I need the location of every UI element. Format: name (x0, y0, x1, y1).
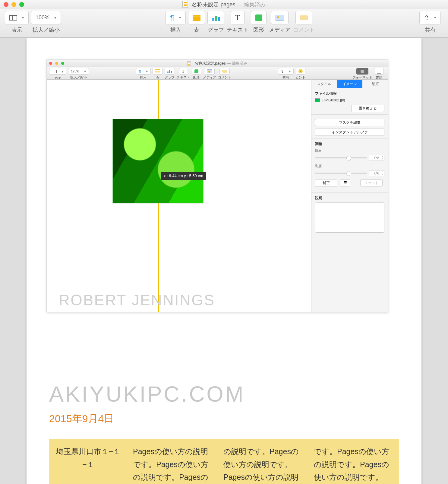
comment-label: コメント (293, 26, 315, 33)
adjust-settings-button[interactable]: ☰ (340, 179, 350, 186)
inner-comment-button[interactable] (219, 68, 230, 75)
document-title[interactable]: AKIYUKIPC.COM (49, 382, 245, 406)
tab-image[interactable]: イメージ (337, 80, 363, 88)
table-button[interactable] (188, 11, 205, 24)
zoom-button[interactable]: 100%▾ (31, 11, 61, 24)
view-label: 表示 (11, 26, 22, 33)
body-column-4[interactable]: です。Pagesの使い方の説明です。Pagesの使い方の説明です。Pagesの使… (308, 445, 399, 484)
pages-doc-icon (187, 61, 191, 66)
share-button[interactable]: ⇪▾ (419, 11, 441, 24)
inner-chart-button[interactable] (165, 68, 175, 75)
shape-button[interactable] (251, 11, 267, 24)
chevron-down-icon: ▾ (54, 15, 56, 20)
paragraph-icon: ¶ (139, 69, 141, 74)
file-chip: CIMG0382.jpg (315, 98, 384, 102)
inner-hint-label: ヒント (295, 75, 305, 80)
insert-button[interactable]: ¶▾ (166, 11, 185, 24)
zoom-label: 拡大／縮小 (33, 26, 60, 33)
media-icon (207, 69, 212, 73)
exposure-value[interactable]: 0% (369, 155, 384, 161)
shape-icon (194, 69, 198, 73)
document-area[interactable]: 名称未設定.pages — 編集済み ▾表示 125%▾拡大／縮小 ¶▾挿入 表… (0, 38, 448, 484)
inner-share-button[interactable]: ⇪▾ (278, 68, 294, 75)
title-text: 名称未設定.pages (192, 2, 235, 8)
comment-icon (300, 15, 308, 20)
tab-arrange[interactable]: 配置 (362, 80, 388, 88)
reset-button[interactable]: リセット (360, 179, 383, 186)
chevron-down-icon: ▾ (434, 15, 436, 20)
inner-zoom-value: 125% (71, 69, 79, 73)
template-heading: ROBERT JENNINGS (59, 291, 215, 309)
insert-label: 挿入 (170, 26, 181, 33)
exposure-slider[interactable] (315, 157, 367, 158)
inner-title-text: 名称未設定.pages (194, 61, 226, 65)
share-label: 共有 (425, 26, 436, 33)
inner-document-button[interactable] (374, 68, 384, 75)
description-textarea[interactable] (315, 202, 384, 233)
inner-titlebar: 名称未設定.pages — 編集済み (47, 60, 388, 67)
zoom-value: 100% (36, 14, 49, 21)
inner-format-button[interactable] (356, 68, 368, 75)
body-column-2[interactable]: Pagesの使い方の説明です。Pagesの使い方の説明です。Pagesの (128, 445, 218, 484)
inner-zoom-button[interactable]: 125%▾ (68, 68, 89, 75)
saturation-slider[interactable] (315, 173, 367, 174)
inner-canvas[interactable]: x : 6.44 cm y : 5.59 cm ROBERT JENNINGS (47, 80, 311, 312)
inner-insert-button[interactable]: ¶▾ (136, 68, 151, 75)
saturation-value[interactable]: 0% (369, 170, 384, 176)
inner-text-button[interactable]: T (179, 68, 187, 75)
media-icon (276, 15, 284, 21)
highlighted-columns[interactable]: 埼玉県川口市１−１−１ Pagesの使い方の説明です。Pagesの使い方の説明で… (49, 439, 399, 484)
share-icon: ⇪ (424, 14, 429, 22)
inner-text-label: テキスト (177, 75, 190, 80)
inner-hint-button[interactable]: ? (296, 68, 305, 75)
page[interactable]: 名称未設定.pages — 編集済み ▾表示 125%▾拡大／縮小 ¶▾挿入 表… (27, 38, 421, 484)
comment-button[interactable] (295, 11, 312, 24)
inner-view-label: 表示 (55, 75, 61, 80)
tab-style[interactable]: スタイル (311, 80, 337, 88)
text-icon: T (182, 69, 185, 74)
table-label: 表 (194, 26, 199, 33)
format-icon (359, 69, 366, 74)
inner-chart-label: グラフ (165, 75, 175, 80)
instant-alpha-button[interactable]: インスタントアルファ (315, 129, 384, 136)
exposure-label: 露出 (315, 148, 384, 153)
share-icon: ⇪ (281, 69, 284, 74)
enhance-button[interactable]: 補正 (315, 180, 337, 187)
body-column-3[interactable]: の説明です。Pagesの使い方の説明です。Pagesの使い方の説明です。Page… (218, 445, 308, 484)
inner-shape-button[interactable] (192, 68, 201, 75)
chart-button[interactable] (207, 11, 224, 24)
text-button[interactable]: T (231, 11, 245, 24)
text-icon: T (235, 13, 240, 22)
outer-titlebar: 名称未設定.pages — 編集済み (0, 0, 448, 9)
view-icon (9, 15, 17, 21)
media-button[interactable] (271, 11, 289, 24)
inner-toolbar: ▾表示 125%▾拡大／縮小 ¶▾挿入 表 グラフ Tテキスト 図形 メディア … (47, 67, 388, 80)
replace-button[interactable]: 置き換える (351, 105, 384, 112)
table-icon (193, 15, 200, 21)
inner-zoom-label: 拡大／縮小 (70, 75, 87, 80)
inspector-tabs: スタイル イメージ 配置 (311, 80, 388, 88)
chart-icon (167, 69, 172, 73)
file-info-heading: ファイル情報 (315, 91, 384, 96)
inner-shape-label: 図形 (193, 75, 200, 80)
title-suffix: — 編集済み (237, 2, 266, 8)
view-button[interactable]: ▾ (5, 11, 29, 24)
inner-table-button[interactable] (153, 68, 163, 75)
adjust-heading: 調整 (315, 142, 384, 147)
chevron-down-icon: ▾ (179, 15, 181, 20)
selected-image[interactable] (112, 119, 203, 203)
inspector-panel: スタイル イメージ 配置 ファイル情報 CIMG0382.jpg 置き換える マ… (311, 80, 388, 312)
inner-body: x : 6.44 cm y : 5.59 cm ROBERT JENNINGS … (47, 80, 388, 312)
document-icon (377, 69, 381, 74)
chart-label: グラフ (208, 26, 224, 33)
table-icon (155, 69, 160, 73)
edit-mask-button[interactable]: マスクを編集 (315, 119, 384, 126)
document-date[interactable]: 2015年9月4日 (49, 412, 114, 426)
media-label: メディア (269, 26, 291, 33)
inner-view-button[interactable]: ▾ (49, 68, 66, 75)
inner-media-label: メディア (203, 75, 216, 80)
inner-media-button[interactable] (204, 68, 215, 75)
shape-label: 図形 (253, 26, 264, 33)
address-column[interactable]: 埼玉県川口市１−１−１ (49, 445, 128, 484)
paragraph-icon: ¶ (170, 14, 174, 22)
